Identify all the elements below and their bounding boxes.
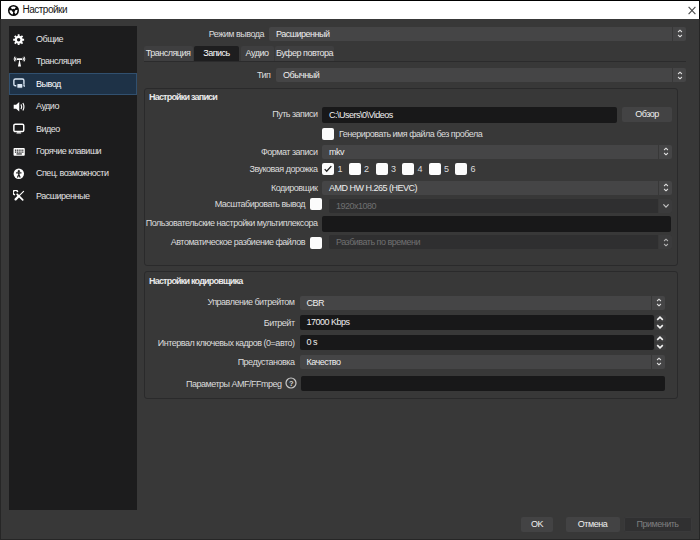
svg-text:?: ? — [289, 379, 294, 388]
